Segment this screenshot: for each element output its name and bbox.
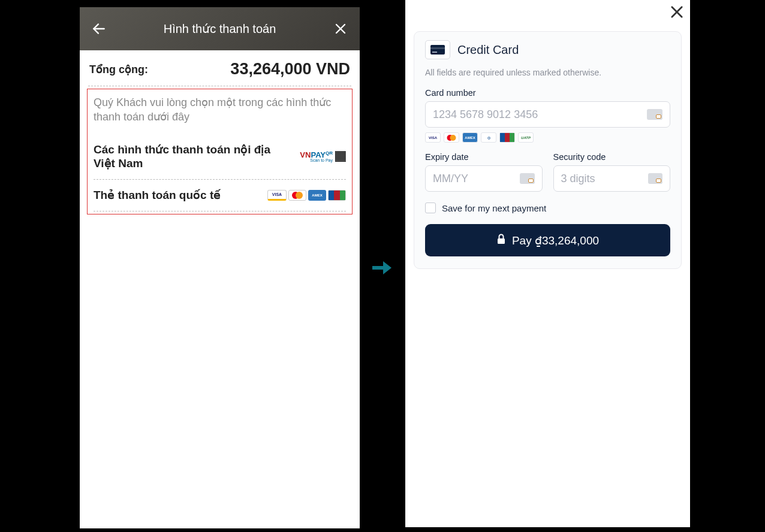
credit-card-icon [425, 40, 450, 59]
expiry-input-wrapper [425, 165, 543, 192]
card-icon [647, 109, 662, 120]
card-number-input[interactable] [433, 108, 647, 121]
jcb-icon [328, 190, 346, 201]
close-icon[interactable] [668, 4, 685, 23]
card-icon [520, 173, 534, 184]
lock-icon [496, 234, 506, 247]
amex-icon: AMEX [462, 132, 478, 143]
mastercard-icon [444, 132, 459, 143]
amex-icon: AMEX [308, 190, 326, 201]
mastercard-icon [288, 190, 306, 201]
total-row: Tổng cộng: 33,264,000 VND [86, 50, 354, 86]
method-name: Các hình thức thanh toán nội địa Việt Na… [94, 143, 273, 171]
credit-card-panel: Credit Card All fields are required unle… [414, 31, 682, 269]
payment-method-screen: Hình thức thanh toán Tổng cộng: 33,264,0… [80, 7, 360, 528]
total-label: Tổng cộng: [89, 63, 148, 76]
expiry-input[interactable] [433, 173, 520, 185]
method-logos: VNPAYQR Scan to Pay [300, 150, 346, 163]
cvv-input-wrapper [553, 165, 671, 192]
method-domestic-vietnam[interactable]: Các hình thức thanh toán nội địa Việt Na… [94, 134, 346, 180]
svg-rect-8 [430, 47, 445, 49]
card-brand-icons: VISA AMEX ◎ UATP [425, 132, 670, 143]
card-title: Credit Card [457, 43, 519, 57]
svg-rect-12 [498, 238, 505, 244]
method-name: Thẻ thanh toán quốc tế [94, 188, 221, 202]
save-card-label: Save for my next payment [442, 203, 546, 213]
uatp-icon: UATP [518, 132, 534, 143]
payment-body: Tổng cộng: 33,264,000 VND Quý Khách vui … [80, 50, 360, 217]
divider [88, 86, 351, 86]
arrow-right-icon [372, 260, 391, 278]
vnpay-qr-icon: VNPAYQR Scan to Pay [300, 150, 346, 163]
qr-code-icon [335, 151, 346, 162]
methods-container: Quý Khách vui lòng chọn một trong các hì… [87, 89, 353, 214]
header-title: Hình thức thanh toán [110, 22, 330, 36]
pay-button-label: Pay ₫33,264,000 [512, 234, 599, 247]
method-logos: VISA AMEX [267, 190, 346, 201]
back-icon[interactable] [88, 18, 110, 40]
visa-icon: VISA [267, 190, 287, 201]
diners-icon: ◎ [481, 132, 496, 143]
cvv-input[interactable] [561, 173, 648, 185]
method-international-card[interactable]: Thẻ thanh toán quốc tế VISA AMEX [94, 180, 346, 211]
save-card-checkbox[interactable] [425, 202, 436, 213]
total-value: 33,264,000 VND [230, 60, 350, 78]
svg-point-4 [296, 192, 303, 199]
card-number-label: Card number [425, 88, 670, 98]
pay-button[interactable]: Pay ₫33,264,000 [425, 224, 670, 256]
card-back-icon [648, 173, 662, 184]
close-icon[interactable] [330, 18, 351, 40]
svg-point-11 [450, 135, 456, 141]
divider [94, 211, 346, 211]
save-card-row: Save for my next payment [425, 202, 670, 213]
required-note: All fields are required unless marked ot… [425, 68, 670, 77]
svg-rect-9 [432, 52, 437, 53]
card-number-input-wrapper [425, 101, 670, 128]
visa-icon: VISA [425, 132, 441, 143]
card-header: Credit Card [425, 40, 670, 59]
header-bar: Hình thức thanh toán [80, 7, 360, 50]
instruction-text: Quý Khách vui lòng chọn một trong các hì… [94, 93, 346, 134]
cvv-label: Security code [553, 152, 671, 162]
expiry-label: Expiry date [425, 152, 543, 162]
jcb-icon [499, 132, 515, 143]
credit-card-screen: Credit Card All fields are required unle… [405, 0, 690, 527]
svg-rect-7 [430, 45, 445, 55]
